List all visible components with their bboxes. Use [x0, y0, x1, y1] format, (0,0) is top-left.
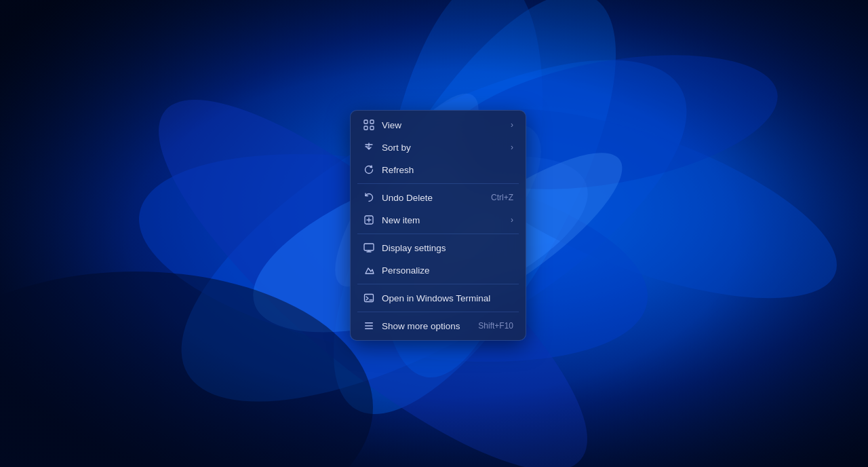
menu-divider-2	[357, 234, 519, 234]
svg-rect-23	[365, 329, 373, 330]
menu-item-refresh[interactable]: Refresh	[353, 159, 523, 181]
display-icon	[363, 242, 375, 254]
context-menu: View › Sort by › Refresh	[350, 110, 526, 341]
svg-rect-19	[364, 244, 374, 250]
svg-rect-21	[365, 322, 373, 324]
menu-item-sort-by[interactable]: Sort by ›	[353, 136, 523, 158]
menu-item-undo-delete[interactable]: Undo Delete Ctrl+Z	[353, 187, 523, 208]
menu-item-display-settings[interactable]: Display settings	[353, 237, 523, 259]
menu-item-view-label: View	[382, 120, 504, 130]
undo-icon	[363, 191, 375, 204]
menu-divider-3	[357, 284, 519, 284]
grid-icon	[363, 119, 375, 131]
menu-item-personalize[interactable]: Personalize	[353, 259, 523, 281]
chevron-right-icon: ›	[511, 143, 513, 152]
menu-item-undo-delete-label: Undo Delete	[382, 193, 484, 203]
more-icon	[363, 320, 375, 332]
menu-divider-1	[357, 183, 519, 184]
terminal-icon	[363, 292, 375, 304]
menu-item-new-item[interactable]: New item ›	[353, 209, 523, 231]
new-icon	[363, 214, 375, 226]
undo-delete-shortcut: Ctrl+Z	[491, 193, 513, 202]
menu-item-sort-by-label: Sort by	[382, 143, 504, 153]
chevron-right-icon: ›	[511, 215, 513, 225]
menu-item-display-settings-label: Display settings	[382, 243, 513, 253]
personalize-icon	[363, 264, 375, 276]
svg-rect-20	[365, 295, 374, 302]
chevron-right-icon: ›	[511, 120, 513, 130]
menu-item-show-more[interactable]: Show more options Shift+F10	[353, 315, 523, 337]
menu-item-open-terminal-label: Open in Windows Terminal	[382, 293, 513, 303]
menu-item-refresh-label: Refresh	[382, 165, 513, 175]
svg-rect-17	[370, 126, 374, 130]
refresh-icon	[363, 164, 375, 176]
menu-divider-4	[357, 312, 519, 312]
menu-item-show-more-label: Show more options	[382, 321, 471, 331]
menu-item-view[interactable]: View ›	[353, 114, 523, 136]
svg-rect-16	[364, 126, 368, 130]
show-more-shortcut: Shift+F10	[478, 321, 513, 331]
svg-rect-15	[370, 120, 374, 124]
menu-item-open-terminal[interactable]: Open in Windows Terminal	[353, 287, 523, 309]
menu-item-personalize-label: Personalize	[382, 265, 513, 276]
menu-item-new-item-label: New item	[382, 215, 504, 225]
svg-rect-14	[364, 120, 368, 124]
sort-icon	[363, 141, 375, 153]
svg-rect-22	[365, 325, 373, 326]
